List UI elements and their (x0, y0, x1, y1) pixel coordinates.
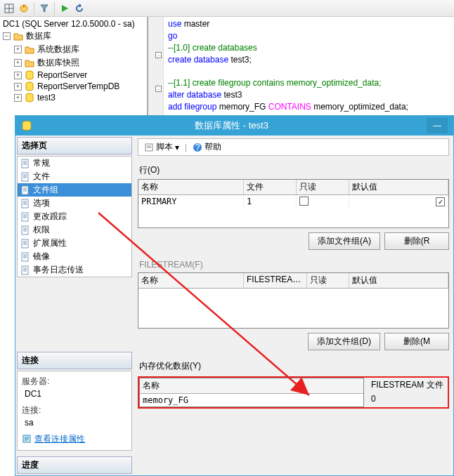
checkbox-icon[interactable] (299, 197, 309, 206)
mem-col-fs: FILESTREAM 文件 (368, 378, 448, 392)
cell-default: ✓ (349, 195, 448, 209)
dialog-left-pane: 选择页 常规文件文件组选项更改跟踪权限扩展属性镜像事务日志传送 连接 服务器: … (15, 135, 134, 475)
memory-section-label: 内存优化数据(Y) (139, 360, 449, 372)
page-item-扩展属性[interactable]: 扩展属性 (18, 237, 131, 250)
col-readonly[interactable]: 只读 (297, 180, 349, 194)
page-item-权限[interactable]: 权限 (18, 223, 131, 237)
page-icon (20, 225, 30, 235)
grid-icon[interactable] (3, 2, 15, 15)
page-icon (20, 265, 30, 275)
filestream-grid[interactable]: 名称 FILESTREA… 只读 默认值 (138, 272, 449, 329)
page-icon (20, 212, 30, 222)
help-button[interactable]: ? 帮助 (190, 140, 224, 154)
db-properties-dialog: 数据库属性 - test3 — 选择页 常规文件文件组选项更改跟踪权限扩展属性镜… (15, 115, 454, 476)
filestream-section-label: FILESTREAM(F) (139, 260, 449, 270)
collapse-icon[interactable]: − (3, 32, 11, 40)
tree-label: 数据库快照 (37, 57, 79, 69)
page-item-事务日志传送[interactable]: 事务日志传送 (18, 263, 131, 277)
page-label: 权限 (33, 224, 50, 236)
page-list[interactable]: 常规文件文件组选项更改跟踪权限扩展属性镜像事务日志传送 (17, 156, 132, 277)
link-text: 查看连接属性 (34, 433, 85, 445)
main-area: DC1 (SQL Server 12.0.5000.0 - sa) − 数据库 … (0, 17, 454, 115)
page-label: 常规 (33, 157, 50, 169)
add-filegroup-d-button[interactable]: 添加文件组(D) (308, 333, 380, 350)
tree-item-sysdb[interactable]: + 系统数据库 (0, 43, 147, 56)
connection-header: 连接 (17, 352, 132, 369)
page-item-镜像[interactable]: 镜像 (18, 250, 131, 263)
svg-rect-4 (23, 5, 25, 8)
code-content[interactable]: use master go --[1.0] create databases c… (168, 18, 453, 113)
page-item-文件[interactable]: 文件 (18, 170, 131, 183)
script-label: 脚本 (156, 141, 173, 153)
col-files[interactable]: 文件 (244, 180, 297, 194)
page-item-更改跟踪[interactable]: 更改跟踪 (18, 210, 131, 223)
folder-icon (25, 58, 34, 68)
col-default[interactable]: 默认值 (349, 273, 448, 288)
delete-m-button[interactable]: 删除(M (384, 333, 449, 350)
object-explorer-toolbar (0, 0, 454, 17)
col-fsfiles[interactable]: FILESTREA… (244, 273, 307, 288)
page-icon (20, 239, 30, 249)
server-value: DC1 (25, 389, 127, 399)
col-name[interactable]: 名称 (138, 180, 244, 194)
expand-icon[interactable]: + (14, 46, 22, 53)
expand-icon[interactable]: + (14, 59, 22, 67)
page-label: 选项 (33, 197, 50, 209)
tree-item-reportservertemp[interactable]: + ReportServerTempDB (0, 81, 147, 92)
separator: | (185, 143, 187, 152)
sql-editor[interactable]: - - use master go --[1.0] create databas… (148, 17, 454, 115)
svg-rect-17 (22, 266, 28, 275)
properties-icon (22, 434, 32, 444)
databases-node[interactable]: − 数据库 (0, 29, 147, 43)
tree-item-snapshot[interactable]: + 数据库快照 (0, 56, 147, 70)
databases-label: 数据库 (26, 30, 51, 42)
filter-icon[interactable] (38, 2, 51, 15)
object-explorer-tree[interactable]: DC1 (SQL Server 12.0.5000.0 - sa) − 数据库 … (0, 17, 148, 115)
expand-icon[interactable]: + (14, 72, 22, 79)
connect-icon[interactable] (18, 2, 30, 15)
mem-fs-value: 0 (368, 392, 448, 405)
minimize-button[interactable]: — (427, 118, 448, 133)
page-item-选项[interactable]: 选项 (18, 197, 131, 210)
dialog-titlebar[interactable]: 数据库属性 - test3 — (15, 116, 453, 135)
mem-col-name: 名称 (140, 378, 363, 394)
rows-section-label: 行(O) (139, 164, 449, 176)
svg-rect-15 (22, 239, 28, 248)
fold-icon[interactable]: - (155, 52, 162, 58)
page-item-文件组[interactable]: 文件组 (18, 183, 131, 197)
memory-grid[interactable]: 名称 memory_FG (139, 378, 364, 407)
fold-icon[interactable]: - (155, 86, 162, 92)
view-connection-link[interactable]: 查看连接属性 (22, 433, 85, 445)
memory-fs-col: FILESTREAM 文件 0 (364, 378, 448, 407)
svg-rect-12 (22, 199, 28, 208)
col-name[interactable]: 名称 (138, 273, 244, 288)
svg-rect-9 (22, 159, 28, 168)
script-button[interactable]: 脚本 ▾ (141, 140, 182, 154)
play-icon[interactable] (58, 2, 71, 15)
refresh-icon[interactable] (73, 2, 86, 15)
page-item-常规[interactable]: 常规 (18, 157, 131, 170)
expand-icon[interactable]: + (14, 94, 22, 102)
expand-icon[interactable]: + (14, 83, 22, 91)
col-default[interactable]: 默认值 (349, 180, 448, 194)
col-readonly[interactable]: 只读 (307, 273, 349, 288)
svg-rect-11 (22, 186, 28, 194)
add-filegroup-button[interactable]: 添加文件组(A) (309, 232, 380, 250)
page-icon (20, 172, 30, 182)
svg-rect-16 (22, 253, 28, 261)
grid-row[interactable]: PRIMARY 1 ✓ (138, 195, 448, 209)
server-label: 服务器: (22, 376, 127, 388)
filegroups-grid[interactable]: 名称 文件 只读 默认值 PRIMARY 1 ✓ (138, 179, 449, 228)
svg-rect-10 (22, 173, 28, 181)
tree-item-reportserver[interactable]: + ReportServer (0, 70, 147, 81)
folder-icon (13, 32, 23, 41)
page-icon (20, 185, 30, 195)
tree-item-test3[interactable]: + test3 (0, 92, 147, 103)
server-node[interactable]: DC1 (SQL Server 12.0.5000.0 - sa) (0, 18, 147, 29)
toolbar-separator (54, 2, 55, 15)
memory-optimized-box: 名称 memory_FG FILESTREAM 文件 0 (138, 376, 449, 409)
page-icon (20, 199, 30, 209)
checkbox-checked-icon[interactable]: ✓ (436, 197, 445, 206)
delete-button[interactable]: 删除(R (384, 232, 449, 250)
connection-panel: 服务器: DC1 连接: sa 查看连接属性 (17, 371, 132, 451)
